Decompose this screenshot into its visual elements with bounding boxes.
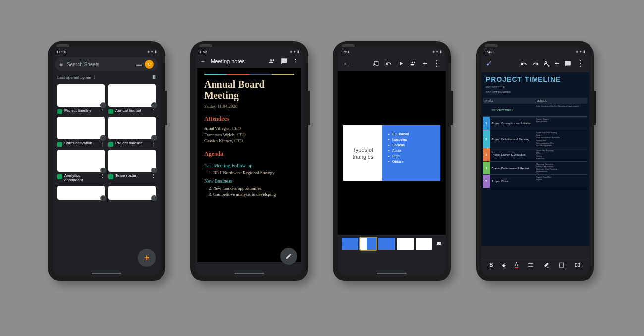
sheets-icon: [57, 142, 62, 147]
header-row: PHASE DETAILS: [483, 98, 587, 104]
phase-details: Status and TrackingKPIsQualityForecasts: [535, 148, 587, 161]
file-more-icon[interactable]: ⋮: [100, 109, 105, 113]
agenda-heading: Agenda: [204, 150, 294, 158]
status-time: 1:48: [485, 50, 493, 54]
text-format-icon[interactable]: A±: [544, 60, 549, 67]
phase-row[interactable]: 4Project Performance & ControlObjective …: [483, 162, 587, 175]
sheets-icon: [108, 109, 113, 114]
add-icon[interactable]: +: [423, 59, 427, 68]
file-more-icon[interactable]: ⋮: [151, 109, 156, 113]
project-week-row: PROJECT WEEK: Enter the date of the firs…: [483, 104, 587, 117]
filmstrip-thumb[interactable]: [416, 238, 432, 250]
filmstrip: [338, 235, 446, 256]
spreadsheet-body[interactable]: PROJECT TIMELINE PROJECT TITLEPROJECT MA…: [481, 72, 589, 246]
new-file-fab[interactable]: +: [138, 249, 156, 267]
sheets-icon: [57, 174, 62, 179]
folder-icon[interactable]: ▬: [136, 61, 142, 67]
attendees-list: Amal Villegas, CEOFrancesco Welch, CFOCa…: [204, 125, 294, 144]
menu-icon[interactable]: ≡: [59, 61, 63, 68]
more-icon[interactable]: ⋮: [293, 58, 298, 65]
sort-bar[interactable]: Last opened by me ↓ ≣: [53, 74, 161, 81]
top-app-bar: ← + ⋮: [338, 55, 446, 71]
share-icon[interactable]: [269, 58, 276, 65]
status-time: 1:52: [199, 50, 207, 54]
slide-canvas[interactable]: Types of triangles EquilateralIsoscelesS…: [338, 71, 446, 235]
plus-icon: +: [144, 253, 150, 263]
done-icon[interactable]: ✓: [486, 59, 492, 68]
slide-left-title: Types of triangles: [343, 146, 382, 161]
search-bar[interactable]: ≡ Search Sheets ▬ C: [55, 57, 158, 71]
file-name: Team roster: [115, 174, 149, 178]
file-tile[interactable]: [57, 186, 105, 200]
redo-icon[interactable]: [532, 60, 539, 67]
sheet-title: PROJECT TIMELINE: [483, 75, 587, 85]
file-tile[interactable]: [108, 186, 156, 200]
file-thumbnail: [57, 150, 105, 172]
more-icon[interactable]: ⋮: [576, 59, 584, 68]
file-tile[interactable]: Annual budget⋮: [108, 84, 156, 114]
phase-row[interactable]: 1Project Conception and InitiationProjec…: [483, 117, 587, 130]
view-toggle-icon[interactable]: ≣: [152, 75, 156, 80]
align-button[interactable]: [527, 262, 534, 268]
cast-icon[interactable]: [373, 60, 379, 67]
status-time: 1:51: [342, 50, 350, 54]
undo-icon[interactable]: [385, 60, 392, 67]
filmstrip-thumb[interactable]: [342, 238, 358, 250]
attendees-heading: Attendees: [204, 115, 294, 123]
borders-button[interactable]: [558, 262, 565, 268]
filmstrip-thumb[interactable]: [360, 238, 376, 250]
phase-name: Project Launch & Execution: [490, 148, 535, 161]
file-tile[interactable]: Team roster⋮: [108, 150, 156, 183]
file-name: Project timeline: [115, 141, 149, 146]
comment-icon[interactable]: [281, 58, 288, 65]
undo-icon[interactable]: [520, 60, 527, 67]
file-thumbnail: [57, 84, 105, 107]
more-icon[interactable]: ⋮: [433, 59, 441, 68]
file-more-icon[interactable]: ⋮: [151, 174, 156, 179]
avatar[interactable]: C: [145, 60, 154, 69]
search-placeholder: Search Sheets: [67, 62, 100, 67]
strike-button[interactable]: S: [502, 262, 506, 268]
speaker-notes-icon[interactable]: [436, 240, 442, 247]
file-more-icon[interactable]: ⋮: [100, 141, 105, 146]
merge-button[interactable]: [574, 262, 581, 268]
edit-fab[interactable]: [280, 248, 297, 265]
filmstrip-thumb[interactable]: [378, 238, 395, 250]
file-name: Sales activation: [64, 141, 98, 146]
home-indicator: [92, 273, 121, 274]
status-time: 11:18: [56, 50, 66, 54]
file-tile[interactable]: Analytics dashboard⋮: [57, 150, 105, 183]
back-icon[interactable]: ←: [200, 58, 206, 64]
phase-row[interactable]: 2Project Definition and PlanningScope an…: [483, 130, 587, 148]
comment-icon[interactable]: [564, 60, 571, 67]
status-bar: 1:48 ◈▾▮: [481, 47, 589, 55]
file-tile[interactable]: Sales activation⋮: [57, 117, 105, 147]
pencil-icon: [285, 253, 292, 260]
file-tile[interactable]: Project timeline⋮: [57, 84, 105, 114]
sheets-icon: [108, 142, 113, 147]
phase-row[interactable]: 5Project CloseProject Post MortReport: [483, 175, 587, 188]
phase-name: Project Definition and Planning: [490, 130, 535, 148]
status-bar: 1:52 ◈▾▮: [195, 47, 303, 55]
text-color-button[interactable]: A: [515, 262, 518, 268]
current-slide: Types of triangles EquilateralIsoscelesS…: [343, 125, 440, 181]
phase-details: Objective ExecutiveQuality DeliverablesE…: [535, 162, 587, 174]
fill-color-button[interactable]: [543, 262, 549, 268]
filmstrip-thumb[interactable]: [397, 238, 413, 250]
bold-button[interactable]: B: [489, 262, 493, 268]
document-body[interactable]: Annual Board Meeting Friday, 11.04.2020 …: [197, 68, 301, 262]
sheets-icon: [57, 109, 62, 114]
phase-details: Project CharterPeer Review: [535, 117, 587, 130]
file-more-icon[interactable]: ⋮: [100, 174, 105, 179]
status-bar: 1:51 ◈▾▮: [338, 47, 446, 55]
add-icon[interactable]: +: [555, 59, 559, 68]
file-tile[interactable]: Project timeline⋮: [108, 117, 156, 147]
file-name: Analytics dashboard: [64, 174, 98, 183]
share-icon[interactable]: [410, 60, 417, 67]
play-icon[interactable]: [398, 60, 404, 67]
doc-heading: Annual Board Meeting: [204, 79, 294, 101]
phone-sheets-list: 11:18 ◈▾▮ ≡ Search Sheets ▬ C Last opene…: [48, 41, 165, 281]
phase-row[interactable]: 3Project Launch & ExecutionStatus and Tr…: [483, 148, 587, 162]
file-more-icon[interactable]: ⋮: [151, 141, 156, 146]
back-icon[interactable]: ←: [343, 59, 351, 68]
